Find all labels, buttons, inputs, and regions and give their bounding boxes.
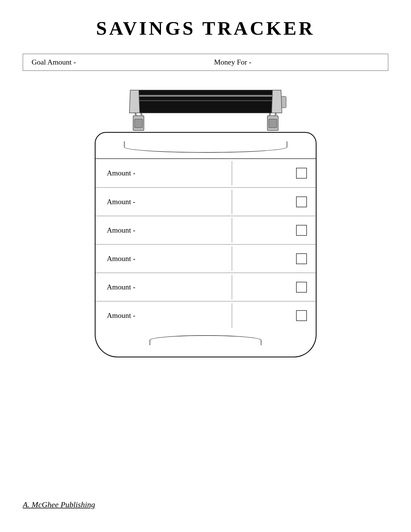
checkbox-cell-6 xyxy=(293,310,316,321)
table-row: Amount - xyxy=(96,216,316,244)
line-cell-3 xyxy=(232,222,293,238)
checkbox-cell-4 xyxy=(293,253,316,264)
checkbox-4[interactable] xyxy=(296,253,307,264)
checkbox-cell-1 xyxy=(293,168,316,179)
svg-rect-8 xyxy=(130,90,281,113)
amount-label-4: Amount - xyxy=(96,247,232,271)
table-row: Amount - xyxy=(96,273,316,301)
publisher-footer: A. McGhee Publishing xyxy=(23,500,95,509)
jar-body: Amount - Amount - Amount - xyxy=(95,132,317,357)
amount-label-1: Amount - xyxy=(96,161,232,185)
jar-neck-curve xyxy=(124,141,287,153)
checkbox-5[interactable] xyxy=(296,282,307,293)
line-cell-2 xyxy=(232,194,293,210)
table-row: Amount - xyxy=(96,244,316,273)
jar-top-decoration xyxy=(96,133,316,159)
goal-bar: Goal Amount - Money For - xyxy=(23,54,388,71)
line-cell-6 xyxy=(232,308,293,324)
jar-wrapper: Amount - Amount - Amount - xyxy=(95,85,317,357)
svg-marker-13 xyxy=(272,90,282,113)
goal-amount-label: Goal Amount - xyxy=(32,58,197,67)
line-cell-4 xyxy=(232,251,293,267)
amount-label-5: Amount - xyxy=(96,275,232,299)
jar-rows: Amount - Amount - Amount - xyxy=(96,159,316,330)
table-row: Amount - xyxy=(96,159,316,187)
checkbox-cell-5 xyxy=(293,282,316,293)
checkbox-cell-2 xyxy=(293,196,316,207)
amount-label-6: Amount - xyxy=(96,303,232,328)
jar-container: Amount - Amount - Amount - xyxy=(23,85,388,357)
amount-label-3: Amount - xyxy=(96,218,232,243)
jar-bottom-curve xyxy=(150,335,261,345)
checkbox-3[interactable] xyxy=(296,225,307,236)
svg-rect-5 xyxy=(269,119,277,128)
table-row: Amount - xyxy=(96,187,316,216)
line-cell-5 xyxy=(232,279,293,295)
checkbox-cell-3 xyxy=(293,225,316,236)
money-for-label: Money For - xyxy=(197,58,380,67)
jar-lid xyxy=(117,85,294,133)
checkbox-1[interactable] xyxy=(296,168,307,179)
svg-marker-12 xyxy=(129,90,140,113)
line-cell-1 xyxy=(232,165,293,181)
jar-bottom-decoration xyxy=(96,330,316,357)
amount-label-2: Amount - xyxy=(96,190,232,214)
table-row: Amount - xyxy=(96,301,316,330)
checkbox-2[interactable] xyxy=(296,196,307,207)
checkbox-6[interactable] xyxy=(296,310,307,321)
page-title: SAVINGS TRACKER xyxy=(23,17,388,40)
svg-rect-1 xyxy=(135,119,142,128)
